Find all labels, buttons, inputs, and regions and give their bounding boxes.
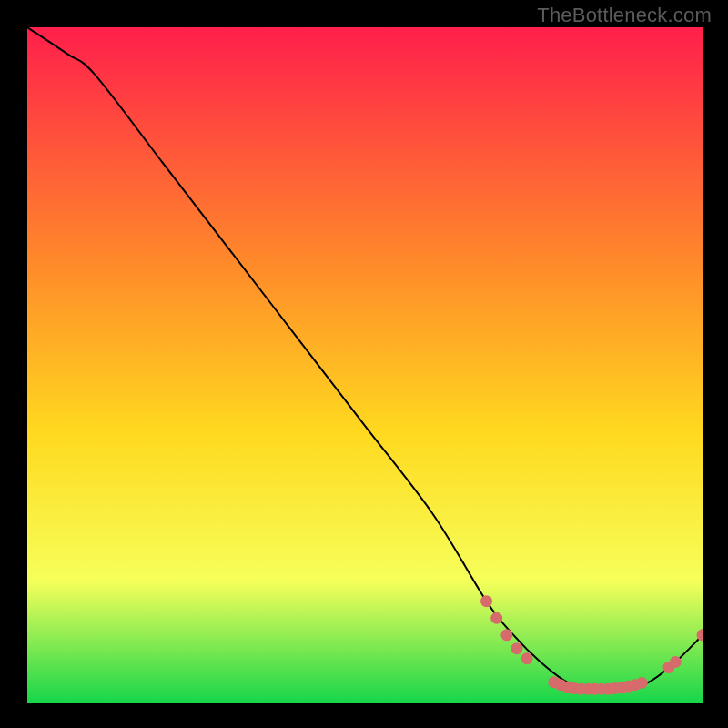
chart-stage: TheBottleneck.com <box>0 0 728 728</box>
curve-marker <box>670 656 682 668</box>
curve-marker <box>636 677 648 689</box>
curve-marker <box>521 652 533 664</box>
watermark-text: TheBottleneck.com <box>537 4 712 27</box>
curve-marker <box>511 642 522 654</box>
curve-marker <box>480 595 492 607</box>
curve-marker <box>500 629 512 641</box>
gradient-background <box>27 27 703 703</box>
chart-plot <box>27 27 703 703</box>
chart-svg <box>27 27 703 703</box>
curve-marker <box>490 612 502 624</box>
